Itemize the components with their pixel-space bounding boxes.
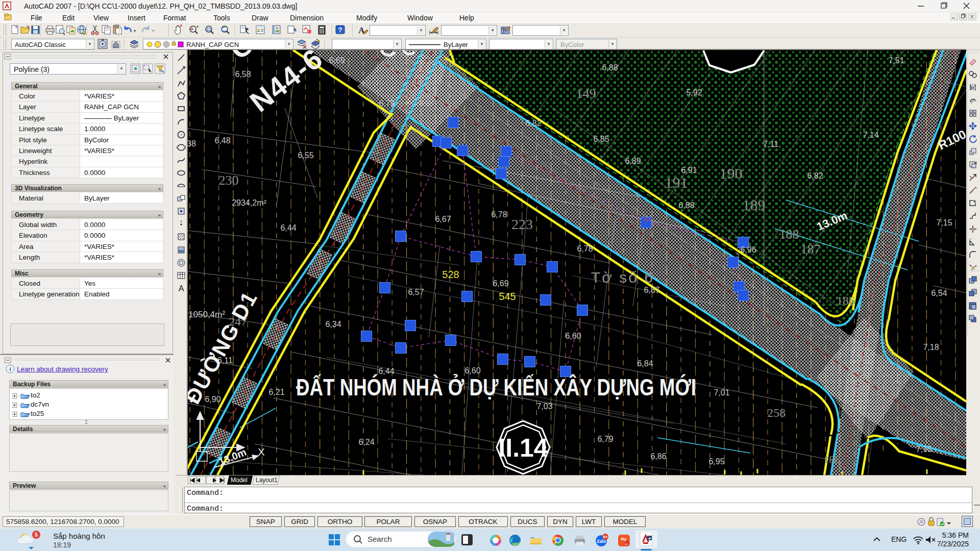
svg-text:6,69: 6,69 [493, 279, 508, 288]
svg-text:545: 545 [499, 291, 516, 302]
svg-text:7,51: 7,51 [888, 56, 904, 65]
svg-text:6,96: 6,96 [740, 245, 756, 254]
svg-text:6,79: 6,79 [597, 435, 613, 443]
svg-text:6,78: 6,78 [491, 210, 507, 219]
svg-text:528: 528 [442, 269, 459, 280]
svg-text:6,88: 6,88 [602, 63, 618, 72]
svg-text:185: 185 [824, 453, 841, 466]
svg-text:A: A [179, 284, 184, 293]
svg-text:6,57: 6,57 [408, 288, 424, 296]
svg-text:6,58: 6,58 [235, 70, 251, 79]
svg-text:7,14: 7,14 [863, 131, 878, 139]
svg-text:223: 223 [511, 216, 533, 232]
svg-text:191: 191 [665, 174, 688, 191]
svg-text:6,91: 6,91 [681, 166, 697, 174]
svg-text:190: 190 [720, 165, 743, 182]
svg-text:6,87: 6,87 [644, 286, 659, 294]
svg-text:6,69: 6,69 [329, 56, 345, 65]
svg-text:6,44: 6,44 [280, 223, 296, 232]
svg-text:809: 809 [643, 217, 651, 222]
svg-text:7,15: 7,15 [936, 218, 952, 227]
svg-text:7,18: 7,18 [923, 343, 939, 352]
svg-text:II.14: II.14 [498, 434, 548, 462]
svg-text:7,03: 7,03 [536, 402, 552, 411]
svg-text:7,11: 7,11 [763, 140, 778, 148]
svg-text:6,55: 6,55 [298, 151, 313, 160]
svg-text:X: X [258, 446, 264, 458]
svg-text:6,95: 6,95 [708, 457, 724, 466]
svg-text:189: 189 [743, 196, 766, 213]
svg-text:6,21: 6,21 [268, 388, 284, 396]
svg-text:6,82: 6,82 [525, 119, 541, 128]
svg-text:258: 258 [767, 406, 786, 419]
svg-text:187: 187 [801, 242, 821, 257]
svg-text:My: My [621, 537, 627, 541]
svg-text:6,82: 6,82 [807, 171, 823, 180]
svg-text:5,92: 5,92 [686, 88, 702, 97]
svg-text:6,78: 6,78 [577, 244, 593, 253]
svg-text:7,15: 7,15 [916, 445, 932, 454]
svg-text:6,48: 6,48 [214, 136, 230, 145]
svg-text:g+: g+ [625, 542, 629, 545]
svg-text:6,88: 6,88 [678, 201, 694, 210]
svg-text:6,85: 6,85 [593, 135, 609, 143]
svg-text:7,01: 7,01 [714, 388, 729, 397]
svg-text:6,54: 6,54 [931, 289, 947, 297]
svg-text:Tờ số 6: Tờ số 6 [591, 269, 654, 286]
svg-text:ĐẤT NHÓM NHÀ Ở DỰ KIẾN XÂY DỰN: ĐẤT NHÓM NHÀ Ở DỰ KIẾN XÂY DỰNG MỚI [296, 374, 696, 400]
svg-text:186: 186 [837, 294, 855, 307]
svg-text:149: 149 [576, 86, 596, 101]
svg-text:6,84: 6,84 [637, 359, 653, 368]
svg-text:1050,4m²: 1050,4m² [188, 310, 225, 319]
svg-text:188: 188 [779, 227, 799, 242]
svg-text:6,60: 6,60 [565, 332, 581, 340]
svg-text:5: 5 [35, 532, 38, 538]
svg-text:6,86: 6,86 [650, 452, 666, 461]
svg-text:230: 230 [219, 173, 239, 188]
svg-text:6,67: 6,67 [435, 215, 451, 223]
svg-text:6,34: 6,34 [325, 320, 341, 329]
svg-text:6,72: 6,72 [379, 99, 395, 108]
svg-text:6,89: 6,89 [625, 157, 641, 165]
svg-text:5+: 5+ [603, 535, 607, 539]
svg-text:2934,2m²: 2934,2m² [232, 198, 266, 207]
svg-text:?: ? [338, 26, 342, 34]
svg-text:6,24: 6,24 [358, 438, 374, 446]
svg-text:38: 38 [188, 139, 196, 148]
